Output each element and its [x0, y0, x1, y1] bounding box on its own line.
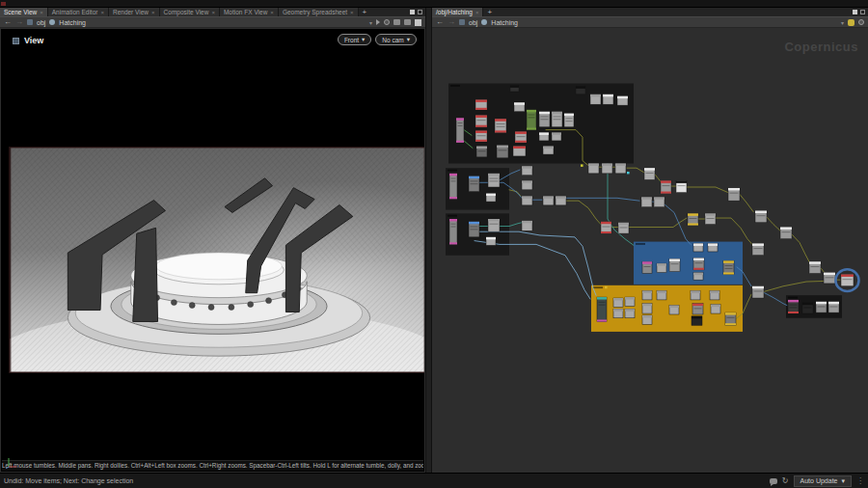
graph-node[interactable]	[513, 147, 526, 156]
tab-animation-editor[interactable]: Animation Editor×	[48, 8, 109, 16]
graph-node[interactable]	[723, 260, 734, 274]
graph-node[interactable]	[657, 263, 666, 272]
graph-node[interactable]	[676, 180, 687, 192]
network-canvas[interactable]: Copernicus	[432, 28, 868, 473]
pin-icon[interactable]	[376, 19, 380, 25]
graph-node[interactable]	[576, 86, 585, 94]
graph-node[interactable]	[488, 219, 500, 231]
tab-close-icon[interactable]: ×	[270, 10, 274, 15]
network-options-icon[interactable]	[858, 19, 864, 25]
breadcrumb-node[interactable]: Hatching	[491, 19, 518, 26]
graph-node[interactable]	[725, 312, 736, 325]
graph-node[interactable]	[642, 304, 652, 313]
graph-node[interactable]	[556, 196, 566, 204]
tab-scene-view[interactable]: Scene View×	[0, 8, 48, 16]
breadcrumb-root[interactable]: obj	[469, 19, 477, 26]
graph-node[interactable]	[693, 273, 703, 281]
snapshot-icon[interactable]	[404, 19, 411, 25]
graph-node[interactable]	[654, 197, 665, 206]
pane-menu-icon[interactable]	[418, 10, 422, 14]
graph-node[interactable]	[527, 110, 536, 130]
refresh-icon[interactable]: ↻	[782, 477, 789, 485]
graph-node[interactable]	[488, 174, 500, 187]
auto-update-dropdown[interactable]: Auto Update ▾	[794, 475, 852, 487]
graph-node[interactable]	[669, 258, 680, 271]
graph-node[interactable]	[475, 99, 487, 109]
graph-node[interactable]	[705, 213, 716, 224]
graph-node[interactable]	[486, 237, 496, 245]
network-path-icon[interactable]	[27, 19, 33, 25]
graph-node[interactable]	[601, 222, 611, 233]
graph-node[interactable]	[539, 132, 549, 140]
pane-layout-icon[interactable]	[410, 10, 415, 14]
tab-close-icon[interactable]: ×	[475, 10, 479, 15]
graph-node[interactable]	[816, 302, 827, 312]
network-path-icon[interactable]	[459, 19, 465, 25]
graph-node[interactable]	[497, 146, 508, 158]
graph-node[interactable]	[688, 213, 698, 225]
tab-obj-hatching[interactable]: /obj/Hatching×	[432, 8, 483, 16]
graph-node[interactable]	[539, 112, 550, 127]
tab-close-icon[interactable]: ×	[211, 10, 215, 15]
back-arrow-icon[interactable]: ←	[4, 18, 12, 26]
graph-node[interactable]	[597, 297, 607, 321]
graph-node[interactable]	[476, 147, 487, 157]
graph-node[interactable]	[613, 298, 623, 307]
graph-node[interactable]	[691, 290, 700, 299]
graph-node[interactable]	[475, 116, 487, 127]
pane-divider[interactable]	[425, 8, 432, 473]
graph-node[interactable]	[661, 180, 671, 193]
graph-node[interactable]	[809, 261, 821, 273]
node-graph[interactable]	[432, 28, 868, 473]
graph-node[interactable]	[552, 112, 562, 127]
graph-node[interactable]	[522, 196, 532, 204]
tab-close-icon[interactable]: ×	[40, 10, 43, 15]
graph-node[interactable]	[752, 286, 764, 298]
graph-node[interactable]	[755, 211, 767, 223]
graph-node[interactable]	[692, 316, 702, 325]
pane-layout-icon[interactable]	[853, 10, 857, 14]
graph-node[interactable]	[602, 163, 612, 173]
camera-icon[interactable]	[393, 19, 400, 25]
graph-node[interactable]	[613, 309, 623, 317]
graph-node[interactable]	[841, 275, 854, 286]
graph-node[interactable]	[475, 131, 487, 142]
new-tab-button[interactable]: +	[359, 8, 371, 16]
scene-viewport[interactable]: View Front ▾ No cam ▾	[0, 28, 425, 473]
graph-node[interactable]	[543, 147, 554, 154]
forward-arrow-icon[interactable]: →	[448, 18, 455, 26]
graph-node[interactable]	[522, 221, 532, 230]
graph-node[interactable]	[588, 163, 599, 173]
graph-node[interactable]	[495, 119, 506, 132]
graph-node[interactable]	[642, 290, 652, 299]
graph-node[interactable]	[514, 102, 525, 111]
camera-select-button[interactable]: No cam ▾	[375, 34, 417, 45]
display-options-icon[interactable]	[415, 19, 421, 26]
graph-node[interactable]	[669, 306, 679, 314]
graph-node[interactable]	[708, 243, 718, 251]
tab-close-icon[interactable]: ×	[350, 10, 354, 15]
graph-node[interactable]	[657, 290, 666, 299]
graph-node[interactable]	[642, 315, 652, 324]
graph-node[interactable]	[456, 118, 464, 142]
graph-node[interactable]	[728, 188, 740, 201]
graph-node[interactable]	[522, 166, 532, 175]
graph-node[interactable]	[711, 305, 720, 313]
graph-node[interactable]	[603, 95, 613, 104]
tab-geometry-spreadsheet[interactable]: Geometry Spreadsheet×	[279, 8, 359, 16]
graph-node[interactable]	[824, 273, 835, 284]
graph-node[interactable]	[692, 304, 703, 314]
graph-node[interactable]	[710, 290, 719, 299]
path-dropdown-icon[interactable]: ▾	[841, 19, 844, 26]
graph-node[interactable]	[788, 300, 799, 313]
graph-node[interactable]	[615, 163, 626, 173]
graph-node[interactable]	[449, 219, 457, 244]
graph-node[interactable]	[510, 85, 519, 92]
graph-node[interactable]	[449, 174, 457, 199]
graph-node[interactable]	[617, 96, 628, 105]
tab-composite-view[interactable]: Composite View×	[160, 8, 220, 16]
python-icon[interactable]	[848, 19, 854, 26]
flag-dot[interactable]	[605, 286, 608, 288]
graph-node[interactable]	[641, 197, 652, 206]
view-direction-button[interactable]: Front ▾	[338, 34, 371, 45]
